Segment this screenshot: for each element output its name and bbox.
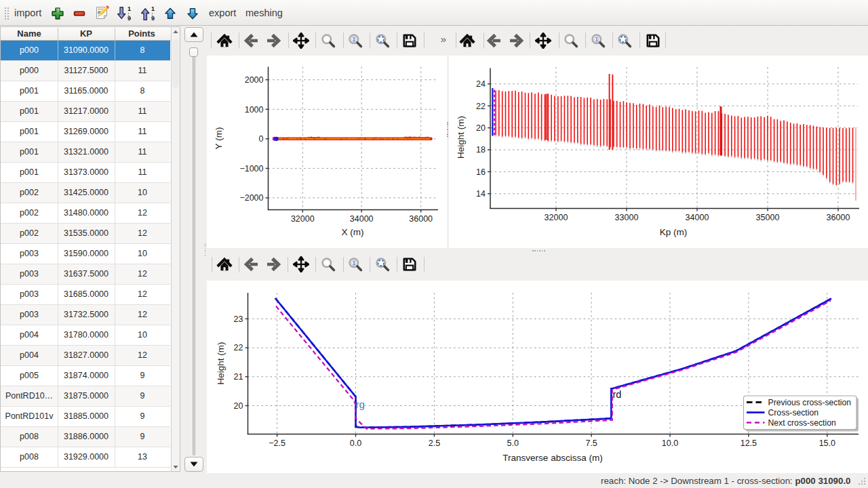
svg-text:1: 1 xyxy=(353,260,355,266)
svg-text:1: 1 xyxy=(353,36,355,42)
svg-text:9: 9 xyxy=(127,15,131,22)
svg-text:9: 9 xyxy=(151,15,155,22)
svg-text:1: 1 xyxy=(595,36,598,42)
